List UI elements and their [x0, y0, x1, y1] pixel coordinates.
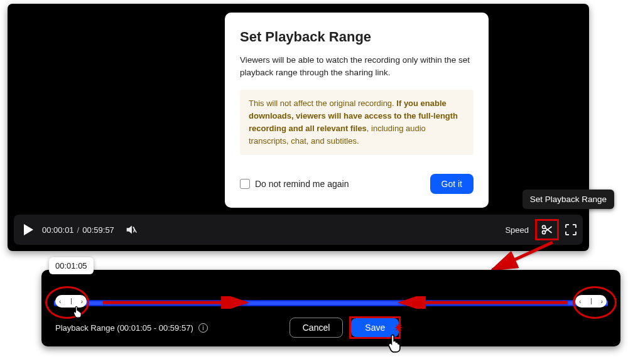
- playback-range-panel: 00:01:05 ‹› ‹› Playback Range (00:01:05 …: [41, 270, 620, 346]
- dialog-footer: Do not remind me again Got it: [240, 174, 474, 194]
- dialog-warning-pre: This will not affect the original record…: [249, 99, 396, 108]
- do-not-remind-checkbox[interactable]: Do not remind me again: [240, 179, 349, 189]
- cancel-button[interactable]: Cancel: [290, 318, 344, 338]
- set-playback-range-button[interactable]: [535, 219, 559, 240]
- time-separator: /: [77, 225, 80, 235]
- total-time: 00:59:57: [82, 225, 114, 235]
- range-start-tooltip: 00:01:05: [49, 257, 94, 274]
- volume-icon[interactable]: [124, 223, 138, 237]
- speed-button[interactable]: Speed: [505, 225, 529, 235]
- video-player-panel: Set Playback Range Viewers will be able …: [8, 4, 589, 251]
- dialog-title: Set Playback Range: [240, 29, 474, 45]
- scissors-icon: [541, 223, 553, 236]
- cursor-hand-icon: [386, 333, 404, 354]
- got-it-button[interactable]: Got it: [430, 174, 474, 194]
- current-time: 00:00:01: [42, 225, 74, 235]
- cursor-hand-icon: [72, 305, 84, 319]
- scissors-tooltip: Set Playback Range: [522, 190, 614, 209]
- checkbox-label: Do not remind me again: [255, 179, 349, 189]
- checkbox-icon: [240, 179, 250, 189]
- fullscreen-button[interactable]: [565, 224, 577, 235]
- play-button[interactable]: [24, 224, 33, 235]
- range-label: Playback Range (00:01:05 - 00:59:57) i: [55, 323, 208, 333]
- dialog-description: Viewers will be able to watch the record…: [240, 54, 474, 80]
- range-bottom-row: Playback Range (00:01:05 - 00:59:57) i C…: [55, 316, 607, 339]
- range-track[interactable]: [54, 300, 608, 306]
- dialog-warning-box: This will not affect the original record…: [240, 90, 474, 156]
- info-icon[interactable]: i: [198, 323, 208, 333]
- range-end-handle[interactable]: ‹›: [575, 295, 607, 308]
- set-playback-range-dialog: Set Playback Range Viewers will be able …: [225, 13, 489, 208]
- player-controls-bar: 00:00:01 / 00:59:57 Speed: [14, 215, 583, 245]
